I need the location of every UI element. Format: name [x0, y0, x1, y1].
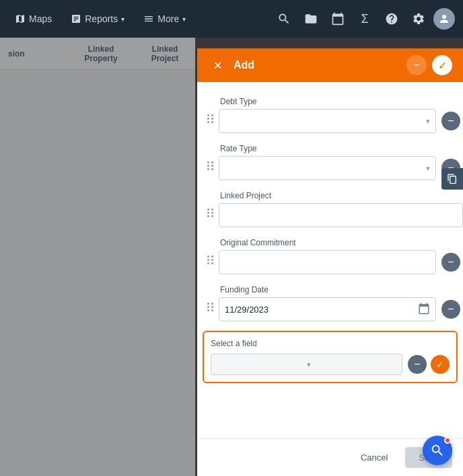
- help-nav-button[interactable]: [380, 7, 404, 31]
- select-field-minus-button[interactable]: −: [408, 355, 427, 374]
- select-field-controls: ▾ − ✓: [211, 354, 450, 375]
- panel-body: Debt Type ▾ −: [197, 82, 463, 438]
- rate-type-drag-handle[interactable]: [203, 144, 219, 170]
- minus-icon: −: [448, 256, 454, 268]
- funding-date-field: Funding Date: [219, 285, 436, 321]
- more-chevron-icon: ▾: [182, 15, 186, 23]
- sigma-button[interactable]: Σ: [353, 7, 377, 31]
- panel-check-button[interactable]: ✓: [432, 55, 452, 75]
- funding-date-label: Funding Date: [219, 285, 436, 294]
- debt-type-control[interactable]: ▾: [219, 109, 436, 133]
- cancel-button[interactable]: Cancel: [350, 447, 398, 468]
- linked-project-row: Linked Project: [197, 187, 463, 231]
- debt-type-arrow-icon: ▾: [426, 117, 430, 126]
- linked-project-drag-handle[interactable]: [203, 191, 219, 217]
- rate-type-control[interactable]: ▾: [219, 156, 436, 180]
- rate-type-field: Rate Type ▾: [219, 144, 436, 180]
- panel-footer: Cancel Save: [197, 438, 463, 476]
- nav-more-label: More: [157, 13, 179, 24]
- select-field-label: Select a field: [211, 339, 450, 348]
- linked-project-label: Linked Project: [219, 191, 463, 200]
- original-commitment-drag-handle[interactable]: [203, 238, 219, 264]
- linked-project-control[interactable]: [219, 203, 463, 227]
- linked-project-input[interactable]: [225, 210, 457, 221]
- debt-type-row: Debt Type ▾ −: [197, 93, 463, 137]
- minus-icon: −: [448, 303, 454, 315]
- select-field-row: Select a field ▾ − ✓: [203, 331, 458, 383]
- debt-type-remove-button[interactable]: −: [441, 112, 460, 130]
- panel-header: ✕ Add − ✓: [197, 48, 463, 82]
- original-commitment-control[interactable]: [219, 250, 436, 274]
- rate-type-select[interactable]: [225, 163, 426, 173]
- nav-maps-label: Maps: [29, 13, 52, 24]
- minus-icon: −: [448, 115, 454, 127]
- calendar-nav-button[interactable]: [326, 7, 350, 31]
- original-commitment-row: Original Commitment −: [197, 234, 463, 278]
- panel-title: Add: [234, 59, 406, 71]
- original-commitment-field: Original Commitment: [219, 238, 436, 274]
- select-field-actions: − ✓: [408, 355, 450, 374]
- funding-date-input[interactable]: [225, 305, 418, 315]
- help-fab-button[interactable]: [423, 436, 452, 465]
- nav-more[interactable]: More ▾: [137, 9, 192, 28]
- funding-date-control[interactable]: [219, 297, 436, 321]
- funding-date-row: Funding Date −: [197, 281, 463, 325]
- close-icon: ✕: [213, 59, 222, 72]
- nav-reports-label: Reports: [85, 13, 118, 24]
- nav-maps[interactable]: Maps: [8, 9, 59, 28]
- check-icon: ✓: [436, 359, 444, 370]
- calendar-icon[interactable]: [418, 303, 430, 317]
- search-button[interactable]: [272, 7, 296, 31]
- avatar[interactable]: [433, 8, 455, 30]
- original-commitment-label: Original Commitment: [219, 238, 436, 247]
- debt-type-label: Debt Type: [219, 97, 436, 106]
- select-field-check-button[interactable]: ✓: [431, 355, 450, 374]
- settings-button[interactable]: [406, 7, 431, 31]
- select-field-arrow-icon: ▾: [307, 360, 397, 369]
- nav-right-actions: Σ: [272, 7, 455, 31]
- funding-date-drag-handle[interactable]: [203, 285, 219, 311]
- minus-icon: −: [413, 59, 419, 71]
- linked-project-field: Linked Project: [219, 191, 463, 227]
- add-panel: ✕ Add − ✓ Debt Type: [197, 48, 463, 476]
- nav-reports[interactable]: Reports ▾: [64, 9, 131, 28]
- check-icon: ✓: [438, 59, 447, 72]
- panel-minus-button[interactable]: −: [406, 55, 427, 75]
- original-commitment-remove-button[interactable]: −: [441, 253, 460, 272]
- minus-icon: −: [414, 358, 420, 370]
- debt-type-field: Debt Type ▾: [219, 97, 436, 133]
- funding-date-remove-button[interactable]: −: [441, 300, 460, 319]
- select-field-dropdown[interactable]: ▾: [211, 354, 402, 375]
- top-nav: Maps Reports ▾ More ▾ Σ: [0, 0, 463, 38]
- rate-type-row: Rate Type ▾ −: [197, 140, 463, 184]
- debt-type-select[interactable]: [225, 116, 426, 126]
- debt-type-drag-handle[interactable]: [203, 97, 219, 123]
- reports-chevron-icon: ▾: [121, 15, 124, 23]
- folder-button[interactable]: [299, 7, 323, 31]
- notification-dot: [444, 437, 451, 444]
- rate-type-arrow-icon: ▾: [426, 164, 430, 173]
- sigma-icon: Σ: [361, 12, 368, 26]
- rate-type-label: Rate Type: [219, 144, 436, 153]
- original-commitment-input[interactable]: [225, 257, 430, 268]
- panel-close-button[interactable]: ✕: [208, 56, 227, 75]
- copy-panel-icon[interactable]: [441, 168, 463, 190]
- panel-header-actions: − ✓: [406, 55, 452, 75]
